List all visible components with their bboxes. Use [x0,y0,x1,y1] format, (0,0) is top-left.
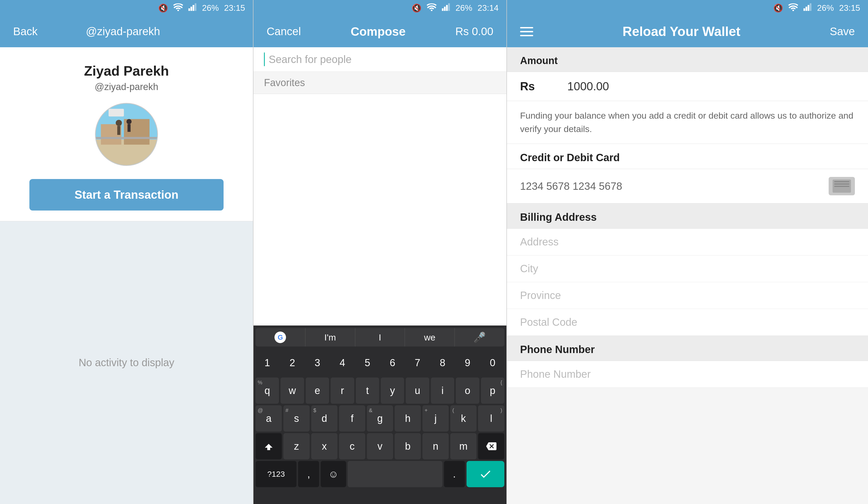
chip-line-3 [834,186,849,187]
key-m[interactable]: m [450,433,476,459]
svg-rect-11 [127,124,131,132]
key-e[interactable]: e [306,378,329,404]
compose-title: Compose [351,24,406,39]
key-u[interactable]: u [406,378,429,404]
reload-nav: Reload Your Wallet Save [507,16,868,47]
key-w[interactable]: w [280,378,304,404]
address-field[interactable]: Address [507,229,868,255]
key-7[interactable]: 7 [406,350,429,376]
key-z[interactable]: z [283,433,310,459]
key-enter[interactable] [466,461,504,487]
key-8[interactable]: 8 [431,350,454,376]
province-field[interactable]: Province [507,282,868,309]
key-d[interactable]: $d [311,405,338,432]
key-k[interactable]: (k [450,405,476,432]
key-a[interactable]: @a [256,405,282,432]
key-0[interactable]: 0 [481,350,504,376]
key-i[interactable]: i [431,378,454,404]
key-v[interactable]: v [367,433,393,459]
save-button[interactable]: Save [830,25,855,38]
reload-footer [507,388,868,504]
keyboard-bottom-row: ?123 , ☺ . [256,461,504,487]
key-1[interactable]: 1 [256,350,279,376]
phone-field[interactable]: Phone Number [507,361,868,388]
key-s[interactable]: #s [283,405,310,432]
key-4[interactable]: 4 [331,350,354,376]
profile-section: Ziyad Parekh @ziyad-parekh [0,47,253,221]
card-number-display[interactable]: 1234 5678 1234 5678 [520,180,622,192]
key-p[interactable]: {p [481,378,504,404]
phone-section-title: Phone Number [520,343,595,355]
key-q[interactable]: %q [256,378,279,404]
suggestion-i[interactable]: I [355,328,405,347]
key-g[interactable]: &g [367,405,393,432]
chip-inner [833,179,851,193]
search-placeholder: Search for people [269,53,352,65]
svg-point-10 [126,119,132,124]
postal-code-field[interactable]: Postal Code [507,309,868,336]
key-n[interactable]: n [422,433,449,459]
key-j[interactable]: +j [422,405,449,432]
suggestion-google[interactable]: G [256,328,306,347]
key-b[interactable]: b [395,433,421,459]
wifi-icon-3 [788,3,798,13]
nav-bar-1: Back @ziyad-parekh [0,16,253,47]
key-period[interactable]: . [444,461,465,487]
cancel-button[interactable]: Cancel [267,25,301,38]
amount-value[interactable]: 1000.00 [567,80,609,93]
key-space[interactable] [348,461,442,487]
avatar-image [96,104,157,165]
key-2[interactable]: 2 [280,350,304,376]
key-delete[interactable] [478,433,504,459]
address-placeholder: Address [520,236,559,248]
text-cursor [264,52,265,66]
svg-rect-0 [188,8,190,11]
no-activity-text: No activity to display [79,357,175,369]
svg-rect-12 [96,137,157,139]
amount-header-text: Amount [520,55,558,66]
key-h[interactable]: h [395,405,421,432]
key-f[interactable]: f [339,405,365,432]
favorites-label: Favorites [264,77,305,88]
key-t[interactable]: t [356,378,379,404]
key-5[interactable]: 5 [356,350,379,376]
favorites-section: Favorites [254,72,506,94]
svg-rect-19 [806,7,807,11]
profile-handle: @ziyad-parekh [95,81,158,92]
key-c[interactable]: c [339,433,365,459]
suggestion-im[interactable]: I'm [306,328,355,347]
menu-line-3 [520,35,533,36]
city-field[interactable]: City [507,255,868,282]
key-emoji[interactable]: ☺ [321,461,346,487]
mic-suggestion[interactable]: 🎤 [455,328,504,347]
suggestion-text-im: I'm [324,332,336,342]
key-3[interactable]: 3 [306,350,329,376]
keyboard: G I'm I we 🎤 1 2 3 4 5 6 7 8 [254,326,506,504]
key-x[interactable]: x [311,433,338,459]
keyboard-zxcv-row: z x c v b n m [256,433,504,459]
panel-compose: 🔇 26% 23:14 Cancel Compose Rs 0.00 Searc… [254,0,507,504]
start-transaction-button[interactable]: Start a Transaction [29,179,224,210]
chip-line-2 [834,184,849,185]
wifi-icon [173,3,183,13]
key-y[interactable]: y [381,378,404,404]
key-comma[interactable]: , [298,461,319,487]
key-r[interactable]: r [331,378,354,404]
search-container: Search for people [264,52,496,66]
key-9[interactable]: 9 [456,350,479,376]
key-o[interactable]: o [456,378,479,404]
key-6[interactable]: 6 [381,350,404,376]
billing-section-header: Billing Address [507,204,868,229]
key-num-switch[interactable]: ?123 [256,461,297,487]
back-button[interactable]: Back [13,25,38,38]
city-placeholder: City [520,263,538,274]
start-transaction-label: Start a Transaction [74,188,178,201]
mic-icon: 🎤 [473,331,486,343]
key-shift[interactable] [256,433,282,459]
suggestion-we[interactable]: we [405,328,455,347]
province-placeholder: Province [520,289,561,301]
hamburger-menu-button[interactable] [520,27,533,36]
svg-rect-1 [190,7,192,11]
signal-icon-2 [442,3,450,13]
key-l[interactable]: )l [478,405,504,432]
